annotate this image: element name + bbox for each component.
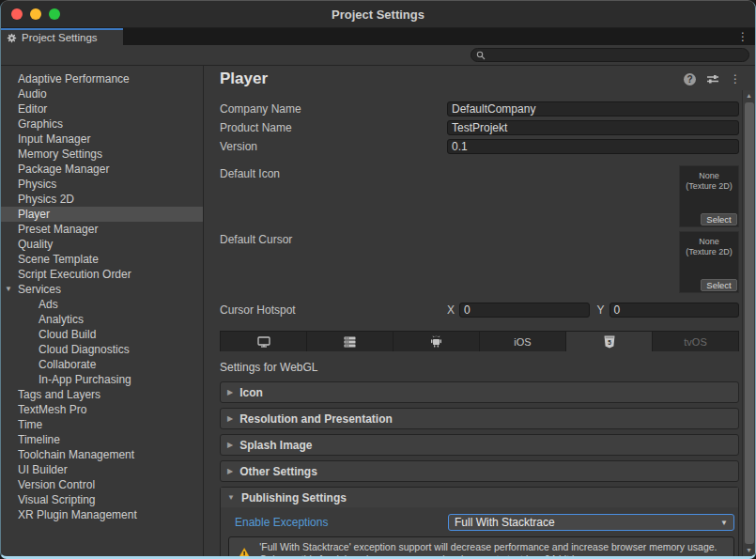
default-cursor-label: Default Cursor bbox=[220, 233, 447, 246]
sidebar-item-memory-settings[interactable]: Memory Settings bbox=[1, 147, 203, 162]
sidebar-item-tags-and-layers[interactable]: Tags and Layers bbox=[1, 387, 203, 402]
hotspot-y-input[interactable]: 0 bbox=[609, 303, 739, 318]
monitor-icon bbox=[257, 336, 270, 348]
default-icon-row: Default Icon None(Texture 2D) Select bbox=[220, 165, 739, 229]
content-split: Adaptive Performance Audio Editor Graphi… bbox=[1, 66, 755, 556]
sidebar-item-audio[interactable]: Audio bbox=[1, 86, 203, 101]
warning-text: 'Full With Stacktrace' exception support… bbox=[259, 541, 722, 556]
sidebar-item-player[interactable]: Player bbox=[1, 207, 203, 222]
sidebar-item-xr-plugin-management[interactable]: XR Plugin Management bbox=[1, 507, 203, 522]
sidebar-item-textmesh-pro[interactable]: TextMesh Pro bbox=[1, 402, 203, 417]
enable-exceptions-row: Enable Exceptions Full With Stacktrace ▼ bbox=[235, 514, 734, 531]
panel-menu-icon[interactable]: ⋮ bbox=[730, 73, 741, 85]
sidebar-item-scene-template[interactable]: Scene Template bbox=[1, 252, 203, 267]
product-name-label: Product Name bbox=[220, 121, 447, 134]
sidebar-item-ui-builder[interactable]: UI Builder bbox=[1, 462, 203, 477]
vertical-scrollbar[interactable]: ▲ ▼ bbox=[742, 90, 755, 556]
settings-category-list: Adaptive Performance Audio Editor Graphi… bbox=[1, 66, 204, 556]
chevron-down-icon: ▼ bbox=[227, 493, 235, 502]
sidebar-item-services[interactable]: ▼Services bbox=[1, 282, 203, 297]
section-publishing-settings: ▼ Publishing Settings Enable Exceptions … bbox=[220, 487, 739, 556]
editor-tab-strip: Project Settings ⋮ bbox=[1, 28, 755, 45]
exception-warning-helpbox: 'Full With Stacktrace' exception support… bbox=[228, 536, 734, 556]
platform-tab-tvos[interactable]: tvOS bbox=[653, 332, 738, 351]
sidebar-item-physics-2d[interactable]: Physics 2D bbox=[1, 192, 203, 207]
server-icon bbox=[344, 336, 356, 348]
help-icon[interactable]: ? bbox=[684, 73, 696, 85]
sidebar-item-ads[interactable]: Ads bbox=[1, 297, 203, 312]
platform-tab-android[interactable] bbox=[393, 332, 480, 351]
sidebar-item-editor[interactable]: Editor bbox=[1, 101, 203, 116]
default-cursor-row: Default Cursor None(Texture 2D) Select bbox=[220, 231, 739, 295]
company-name-label: Company Name bbox=[220, 102, 447, 116]
scroll-up-icon[interactable]: ▲ bbox=[743, 90, 755, 101]
platform-tab-webgl[interactable]: 5 bbox=[566, 332, 653, 351]
section-resolution-and-presentation[interactable]: ▶ Resolution and Presentation bbox=[220, 408, 739, 429]
sidebar-item-version-control[interactable]: Version Control bbox=[1, 477, 203, 492]
product-name-row: Product Name TestProjekt bbox=[220, 118, 739, 137]
section-icon[interactable]: ▶ Icon bbox=[220, 381, 739, 403]
enable-exceptions-label[interactable]: Enable Exceptions bbox=[235, 516, 448, 529]
sidebar-item-cloud-build[interactable]: Cloud Build bbox=[1, 327, 203, 342]
company-name-input[interactable]: DefaultCompany bbox=[447, 101, 739, 116]
cursor-hotspot-row: Cursor Hotspot X 0 Y 0 bbox=[220, 301, 739, 319]
tab-project-settings[interactable]: Project Settings bbox=[1, 28, 123, 45]
html5-icon: 5 bbox=[604, 335, 615, 349]
scroll-area: Company Name DefaultCompany Product Name… bbox=[204, 90, 755, 556]
tab-strip-menu-icon[interactable]: ⋮ bbox=[737, 31, 748, 42]
sidebar-item-quality[interactable]: Quality bbox=[1, 237, 203, 252]
project-settings-window: Project Settings Project Settings ⋮ bbox=[0, 0, 756, 559]
sidebar-item-cloud-diagnostics[interactable]: Cloud Diagnostics bbox=[1, 342, 203, 357]
sidebar-item-adaptive-performance[interactable]: Adaptive Performance bbox=[1, 71, 203, 86]
version-input[interactable]: 0.1 bbox=[447, 139, 739, 154]
default-icon-object-well[interactable]: None(Texture 2D) Select bbox=[679, 165, 739, 227]
preset-icon[interactable] bbox=[706, 73, 719, 85]
product-name-input[interactable]: TestProjekt bbox=[447, 120, 739, 135]
platform-tab-dedicated-server[interactable] bbox=[307, 332, 393, 351]
version-label: Version bbox=[220, 140, 447, 153]
default-cursor-select-button[interactable]: Select bbox=[701, 279, 737, 291]
default-icon-select-button[interactable]: Select bbox=[701, 213, 737, 225]
section-splash-image[interactable]: ▶ Splash Image bbox=[220, 434, 739, 456]
panel-header: Player ? ⋮ bbox=[204, 66, 755, 90]
company-name-row: Company Name DefaultCompany bbox=[220, 100, 739, 118]
sidebar-item-physics[interactable]: Physics bbox=[1, 177, 203, 192]
sidebar-item-collaborate[interactable]: Collaborate bbox=[1, 357, 203, 372]
chevron-down-icon: ▼ bbox=[720, 519, 728, 527]
sidebar-item-graphics[interactable]: Graphics bbox=[1, 116, 203, 132]
sidebar-item-visual-scripting[interactable]: Visual Scripting bbox=[1, 492, 203, 507]
search-input[interactable] bbox=[471, 48, 749, 62]
android-icon bbox=[430, 335, 442, 348]
chevron-right-icon: ▶ bbox=[227, 467, 233, 475]
sidebar-item-package-manager[interactable]: Package Manager bbox=[1, 162, 203, 177]
chevron-right-icon: ▶ bbox=[227, 388, 233, 396]
sidebar-item-analytics[interactable]: Analytics bbox=[1, 312, 203, 327]
tab-label: Project Settings bbox=[22, 32, 98, 43]
sidebar-item-timeline[interactable]: Timeline bbox=[1, 432, 203, 447]
settings-toolbar bbox=[1, 45, 755, 66]
default-icon-label: Default Icon bbox=[220, 167, 447, 180]
sidebar-item-input-manager[interactable]: Input Manager bbox=[1, 132, 203, 147]
sidebar-item-time[interactable]: Time bbox=[1, 417, 203, 432]
sidebar-item-in-app-purchasing[interactable]: In-App Purchasing bbox=[1, 372, 203, 387]
platform-tab-standalone[interactable] bbox=[221, 332, 307, 351]
default-cursor-object-well[interactable]: None(Texture 2D) Select bbox=[679, 231, 739, 293]
platform-tab-ios[interactable]: iOS bbox=[480, 332, 566, 351]
scrollbar-thumb[interactable] bbox=[745, 102, 754, 544]
warning-icon bbox=[238, 543, 251, 556]
publishing-settings-header[interactable]: ▼ Publishing Settings bbox=[221, 488, 738, 507]
chevron-down-icon[interactable]: ▼ bbox=[5, 282, 12, 297]
sidebar-item-toolchain-management[interactable]: Toolchain Management bbox=[1, 447, 203, 462]
hotspot-x-input[interactable]: 0 bbox=[459, 303, 589, 318]
chevron-right-icon: ▶ bbox=[227, 414, 233, 423]
version-row: Version 0.1 bbox=[220, 137, 739, 156]
platform-tab-bar: iOS 5 tvOS bbox=[220, 331, 739, 351]
gear-icon bbox=[7, 33, 17, 43]
enable-exceptions-dropdown[interactable]: Full With Stacktrace ▼ bbox=[448, 514, 734, 531]
sidebar-item-preset-manager[interactable]: Preset Manager bbox=[1, 222, 203, 237]
section-other-settings[interactable]: ▶ Other Settings bbox=[220, 460, 739, 482]
sidebar-item-script-execution-order[interactable]: Script Execution Order bbox=[1, 267, 203, 282]
settings-for-label: Settings for WebGL bbox=[220, 361, 739, 374]
hotspot-y-label: Y bbox=[597, 303, 605, 317]
scroll-down-icon[interactable]: ▼ bbox=[743, 545, 755, 556]
